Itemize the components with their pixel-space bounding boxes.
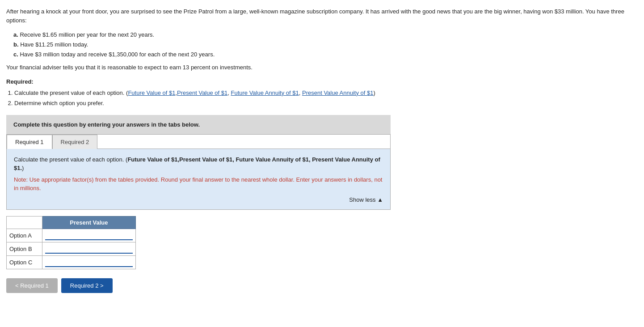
present-value-table: Present Value Option A Option B Option C — [6, 216, 136, 269]
label-option-b: Option B — [7, 242, 42, 255]
options-list: a. Receive $1.65 million per year for th… — [13, 30, 638, 59]
required-heading: Required: — [6, 78, 638, 85]
option-a: a. Receive $1.65 million per year for th… — [13, 30, 638, 40]
table-row-option-c: Option C — [7, 255, 136, 269]
adviser-text: Your financial adviser tells you that it… — [6, 63, 638, 72]
tab-content-title: Calculate the present value of each opti… — [14, 155, 383, 173]
tab-required2[interactable]: Required 2 — [52, 135, 98, 149]
prev-button[interactable]: < Required 1 — [6, 278, 58, 293]
option-c: c. Have $3 million today and receive $1,… — [13, 50, 638, 59]
intro-paragraph: After hearing a knock at your front door… — [6, 7, 638, 25]
show-less[interactable]: Show less ▲ — [14, 196, 383, 203]
tabs-header: Required 1 Required 2 — [7, 135, 390, 149]
numbered-item-2: Determine which option you prefer. — [14, 99, 638, 108]
table-header-pv: Present Value — [42, 216, 135, 229]
table-row-option-b: Option B — [7, 242, 136, 255]
label-option-a: Option A — [7, 229, 42, 242]
input-option-a[interactable] — [42, 229, 135, 242]
link-pv1[interactable]: Present Value of $1 — [177, 89, 227, 96]
next-button[interactable]: Required 2 > — [61, 278, 113, 293]
input-option-a-field[interactable] — [45, 231, 133, 240]
tabs-container: Required 1 Required 2 Calculate the pres… — [6, 134, 391, 210]
input-option-b[interactable] — [42, 242, 135, 255]
input-option-b-field[interactable] — [45, 244, 133, 254]
numbered-item-1: Calculate the present value of each opti… — [14, 89, 638, 98]
nav-buttons: < Required 1 Required 2 > — [6, 278, 638, 293]
tab-note: Note: Use appropriate factor(s) from the… — [14, 175, 383, 193]
tab-content-required1: Calculate the present value of each opti… — [7, 149, 390, 209]
input-option-c[interactable] — [42, 255, 135, 269]
link-fva1[interactable]: Future Value Annuity of $1 — [231, 89, 299, 96]
table-row-option-a: Option A — [7, 229, 136, 242]
label-option-c: Option C — [7, 255, 42, 269]
tab-required1[interactable]: Required 1 — [7, 135, 52, 149]
option-b: b. Have $11.25 million today. — [13, 40, 638, 50]
numbered-list: Calculate the present value of each opti… — [14, 89, 638, 108]
input-option-c-field[interactable] — [45, 258, 133, 267]
complete-box: Complete this question by entering your … — [6, 115, 391, 134]
link-fv1[interactable]: Future Value of $1 — [128, 89, 175, 96]
tab-title-bold: Future Value of $1,Present Value of $1, … — [14, 156, 380, 172]
link-pva1[interactable]: Present Value Annuity of $1 — [302, 89, 373, 96]
table-area: Present Value Option A Option B Option C — [6, 216, 136, 269]
